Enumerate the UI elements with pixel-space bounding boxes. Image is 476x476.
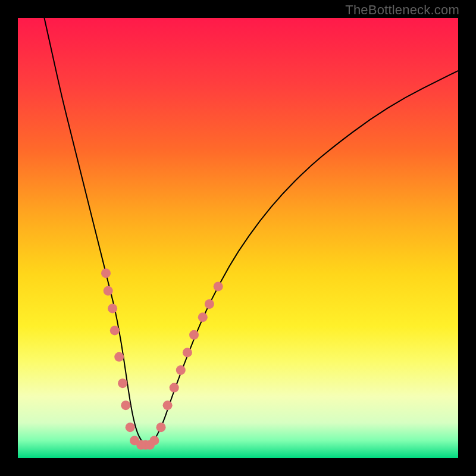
chart-svg: [18, 18, 458, 458]
watermark-text: TheBottleneck.com: [345, 2, 459, 18]
data-point: [101, 268, 111, 278]
data-point: [176, 365, 186, 375]
data-point: [189, 330, 199, 340]
data-point: [118, 378, 127, 388]
gradient-background: [18, 18, 458, 458]
data-point: [156, 422, 166, 432]
data-point: [205, 299, 214, 309]
data-point: [163, 400, 173, 410]
data-point: [110, 325, 120, 335]
data-point: [121, 400, 130, 410]
data-point: [149, 436, 159, 445]
data-point: [214, 281, 223, 291]
chart-frame: [18, 18, 458, 458]
data-point: [104, 286, 113, 296]
data-point: [198, 312, 208, 322]
data-point: [126, 422, 135, 432]
data-point: [170, 383, 179, 393]
data-point: [114, 352, 124, 362]
data-point: [183, 347, 192, 357]
data-point: [108, 303, 117, 313]
